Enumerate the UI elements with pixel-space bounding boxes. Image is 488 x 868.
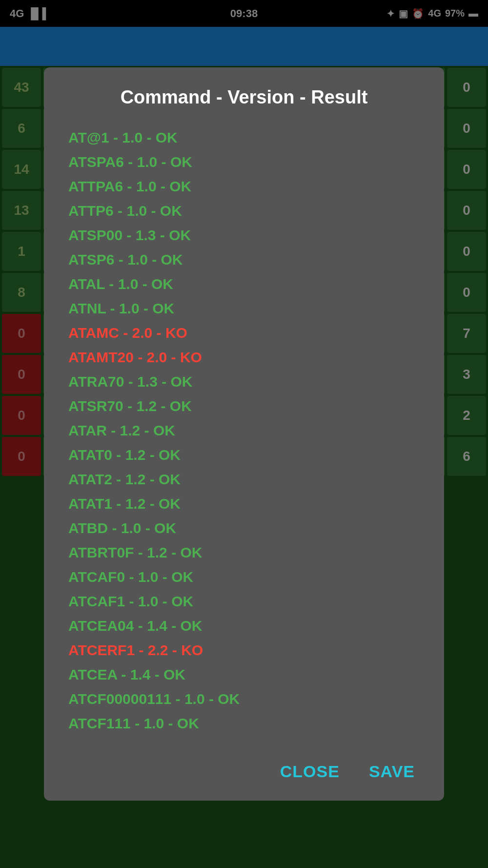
dialog-title: Command - Version - Result — [44, 67, 444, 123]
dialog-footer: CLOSE SAVE — [44, 747, 444, 801]
command-item: ATAMT20 - 2.0 - KO — [68, 347, 420, 368]
command-item: ATCERF1 - 2.2 - KO — [68, 640, 420, 661]
command-item: ATBD - 1.0 - OK — [68, 518, 420, 538]
command-item: ATCEA - 1.4 - OK — [68, 664, 420, 685]
command-item: ATAL - 1.0 - OK — [68, 274, 420, 294]
modal-overlay: Command - Version - Result AT@1 - 1.0 - … — [0, 0, 488, 868]
save-button[interactable]: SAVE — [369, 762, 415, 781]
command-item: ATAR - 1.2 - OK — [68, 420, 420, 441]
command-item: ATAT0 - 1.2 - OK — [68, 445, 420, 465]
command-item: ATSR70 - 1.2 - OK — [68, 396, 420, 416]
command-item: ATTP6 - 1.0 - OK — [68, 201, 420, 221]
command-item: AT@1 - 1.0 - OK — [68, 127, 420, 148]
command-item: ATAT1 - 1.2 - OK — [68, 494, 420, 514]
command-item: ATAMC - 2.0 - KO — [68, 323, 420, 343]
command-item: ATTPA6 - 1.0 - OK — [68, 176, 420, 197]
command-item: ATCAF1 - 1.0 - OK — [68, 591, 420, 612]
command-item: ATSP00 - 1.3 - OK — [68, 225, 420, 246]
command-item: ATCEA04 - 1.4 - OK — [68, 616, 420, 636]
command-item: ATCF111 - 1.0 - OK — [68, 713, 420, 734]
command-item: ATAT2 - 1.2 - OK — [68, 469, 420, 490]
command-item: ATBRT0F - 1.2 - OK — [68, 542, 420, 563]
dialog-content[interactable]: AT@1 - 1.0 - OKATSPA6 - 1.0 - OKATTPA6 -… — [44, 123, 444, 747]
command-item: ATNL - 1.0 - OK — [68, 298, 420, 319]
command-item: ATCAF0 - 1.0 - OK — [68, 567, 420, 587]
command-item: ATSPA6 - 1.0 - OK — [68, 152, 420, 172]
command-item: ATRA70 - 1.3 - OK — [68, 372, 420, 392]
command-item: ATSP6 - 1.0 - OK — [68, 249, 420, 270]
command-item: ATCF00000111 - 1.0 - OK — [68, 689, 420, 709]
close-button[interactable]: CLOSE — [280, 762, 340, 781]
command-result-dialog: Command - Version - Result AT@1 - 1.0 - … — [44, 67, 444, 801]
